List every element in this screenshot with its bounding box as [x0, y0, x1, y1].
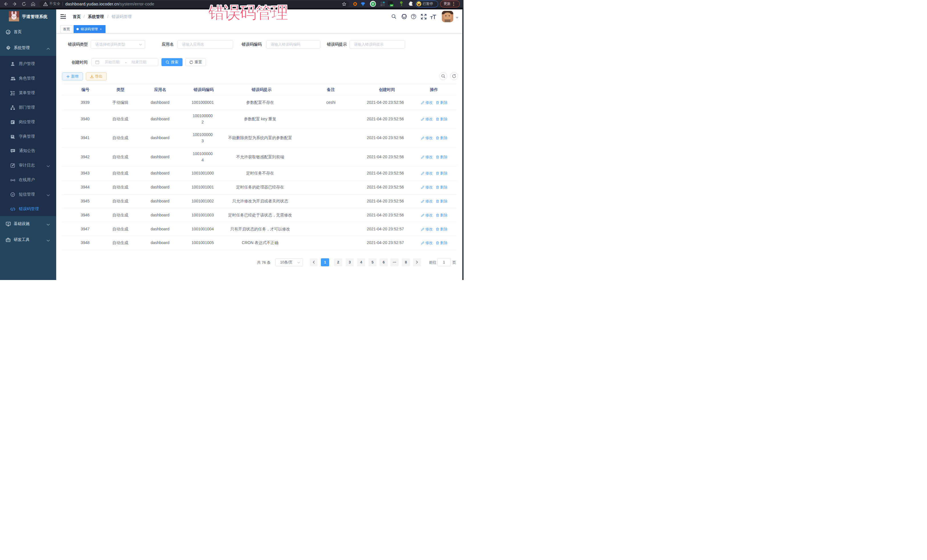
svg-text:on: on [391, 5, 393, 6]
